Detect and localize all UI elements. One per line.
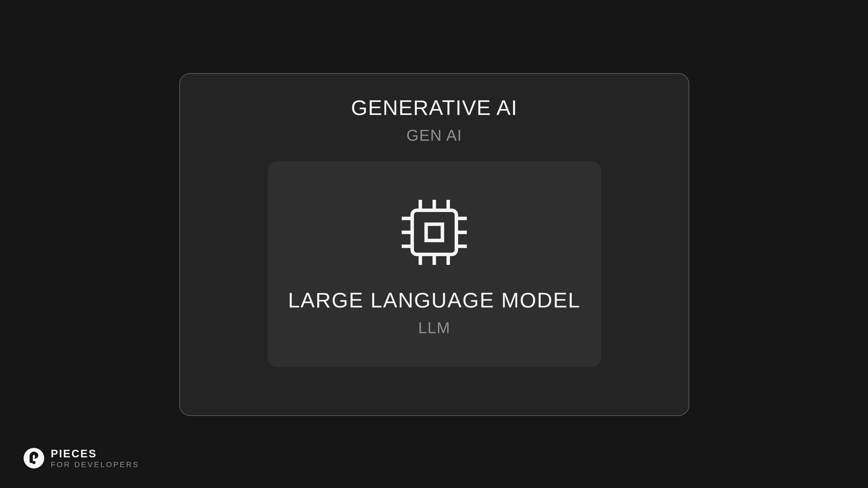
brand-text: PIECES FOR DEVELOPERS	[51, 448, 140, 469]
svg-rect-0	[412, 210, 457, 255]
brand-label: PIECES	[51, 448, 140, 460]
footer-brand: PIECES FOR DEVELOPERS	[23, 447, 140, 469]
inner-subtitle: LLM	[418, 319, 451, 337]
llm-container: LARGE LANGUAGE MODEL LLM	[267, 161, 601, 368]
pieces-logo-icon	[23, 447, 45, 469]
svg-rect-1	[426, 224, 442, 240]
inner-title: LARGE LANGUAGE MODEL	[288, 288, 581, 313]
svg-point-14	[24, 448, 44, 468]
svg-point-15	[32, 461, 35, 464]
outer-title: GENERATIVE AI	[351, 95, 518, 120]
generative-ai-container: GENERATIVE AI GEN AI LARGE LANGUAGE MO	[179, 73, 689, 416]
chip-icon	[394, 192, 475, 273]
outer-subtitle: GEN AI	[406, 126, 462, 144]
brand-sublabel: FOR DEVELOPERS	[51, 460, 140, 469]
